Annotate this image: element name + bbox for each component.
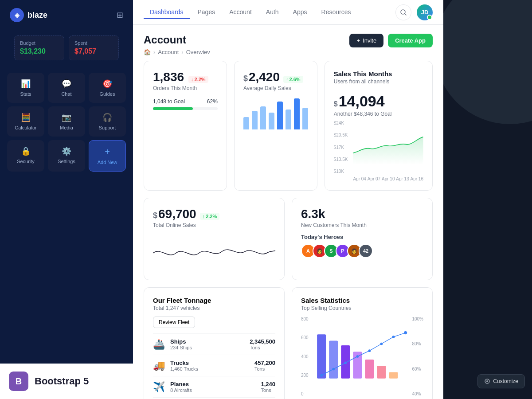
tab-dashboards[interactable]: Dashboards (144, 6, 190, 19)
sidebar-item-calculator[interactable]: 🧮 Calculator (7, 106, 44, 137)
orders-value: 1,836 (153, 70, 184, 84)
ships-count: 234 Ships (170, 345, 192, 350)
nav-tabs: Dashboards Pages Account Auth Apps Resou… (144, 6, 357, 19)
sidebar-item-support[interactable]: 🎧 Support (89, 106, 126, 137)
bar-4 (269, 113, 274, 130)
logo-text: blaze (27, 11, 47, 20)
bar-2 (252, 111, 258, 129)
sidebar-item-security[interactable]: 🔒 Security (7, 140, 44, 172)
fleet-subtitle: Total 1,247 vehicles (153, 305, 275, 311)
bar-col-1 (317, 334, 326, 379)
header-actions: + Invite Create App (349, 34, 433, 47)
sales-chart-area (314, 317, 409, 396)
trucks-value: 457,200 (254, 360, 275, 366)
add-new-icon: + (105, 147, 110, 157)
search-button[interactable] (395, 4, 411, 20)
fleet-title: Our Fleet Tonnage (153, 297, 275, 304)
tab-pages[interactable]: Pages (192, 6, 222, 19)
breadcrumb-home[interactable]: 🏠 (144, 49, 151, 55)
daily-sales-card: $ 2,420 ↑ 2.6% Average Daily Sales (234, 61, 317, 191)
orders-label: Orders This Month (153, 85, 218, 91)
sales-note: Another $48,346 to Goal (334, 111, 423, 117)
tab-account[interactable]: Account (223, 6, 258, 19)
ships-name: Ships (170, 338, 192, 345)
invite-label: Invite (363, 37, 376, 44)
trucks-count: 1,460 Trucks (170, 366, 198, 372)
sidebar: ◈ blaze ⊞ Budget $13,230 Spent $7,057 📊 … (0, 0, 133, 399)
nav-grid: 📊 Stats 💬 Chat 🎯 Guides 🧮 Calculator 📷 M… (0, 73, 133, 172)
sy-5: 0 (301, 391, 309, 396)
tab-auth[interactable]: Auth (260, 6, 285, 19)
guides-icon: 🎯 (102, 79, 112, 89)
hero-2-img: 👩 (317, 248, 323, 254)
daily-sales-value: 2,420 (249, 70, 280, 84)
sidebar-item-add-new[interactable]: + Add New (89, 140, 126, 172)
invite-button[interactable]: + Invite (349, 34, 383, 47)
bootstrap-text: Bootstrap 5 (35, 376, 89, 387)
sidebar-item-chat[interactable]: 💬 Chat (48, 73, 85, 103)
guides-label: Guides (100, 91, 115, 97)
planes-unit: Tons (261, 387, 275, 393)
orders-change: 2.2% (195, 77, 206, 82)
spent-label: Spent (74, 40, 113, 46)
sy-4: 200 (301, 373, 309, 378)
plane-icon: ✈️ (153, 381, 165, 393)
online-prefix: $ (153, 211, 157, 220)
sales-chart: $24K $20.5K $17K $13.5K $10K (334, 121, 423, 181)
security-label: Security (17, 159, 35, 164)
dot-3 (344, 361, 347, 364)
fleet-trucks-left: 🚚 Trucks 1,460 Trucks (153, 360, 198, 372)
search-icon (400, 9, 407, 16)
y-label-3: $17K (334, 145, 348, 150)
sales-chart-inner: $24K $20.5K $17K $13.5K $10K (334, 121, 423, 181)
planes-count: 8 Aircrafts (170, 387, 192, 393)
fleet-trains-row: 🚂 Trains 804,300 (153, 397, 275, 399)
fleet-card: Our Fleet Tonnage Total 1,247 vehicles R… (144, 287, 285, 399)
truck-icon: 🚚 (153, 360, 165, 372)
line-chart-svg (353, 121, 423, 174)
customize-button[interactable]: Customize (477, 374, 525, 388)
budget-label: Budget (20, 40, 59, 46)
sidebar-item-media[interactable]: 📷 Media (48, 106, 85, 137)
page-header: Account 🏠 › Account › Overwiev + Invite … (133, 25, 443, 61)
user-avatar[interactable]: JD (417, 4, 433, 20)
x-label-1: Apr 04 (353, 176, 366, 181)
customers-label: New Customers This Month (301, 222, 423, 228)
daily-sales-arrow: ↑ (286, 77, 289, 82)
pct-1: 100% (412, 317, 423, 321)
sales-month-subtitle: Users from all channels (334, 78, 423, 85)
page-title: Account (144, 34, 210, 46)
sidebar-item-stats[interactable]: 📊 Stats (7, 73, 44, 103)
spent-value: $7,057 (74, 47, 113, 55)
breadcrumb-account[interactable]: Account (158, 49, 179, 55)
media-label: Media (60, 125, 73, 130)
tab-apps[interactable]: Apps (287, 6, 313, 19)
add-new-label: Add New (98, 160, 117, 165)
bootstrap-badge: B Bootstrap 5 (0, 364, 133, 399)
daily-sales-label: Average Daily Sales (243, 85, 308, 91)
top-nav: Dashboards Pages Account Auth Apps Resou… (133, 0, 443, 25)
budget-section: Budget $13,230 Spent $7,057 (7, 30, 126, 66)
sidebar-item-settings[interactable]: ⚙️ Settings (48, 140, 85, 172)
sidebar-item-guides[interactable]: 🎯 Guides (89, 73, 126, 103)
tab-resources[interactable]: Resources (315, 6, 357, 19)
trucks-name: Trucks (170, 360, 198, 366)
pct-2: 80% (412, 341, 423, 346)
menu-icon[interactable]: ⊞ (117, 10, 123, 20)
new-customers-card: 6.3k New Customers This Month Today's He… (292, 198, 433, 280)
x-label-2: Apr 07 (368, 176, 380, 181)
sales-big-prefix: $ (334, 100, 338, 108)
y-axis: $24K $20.5K $17K $13.5K $10K (334, 121, 350, 174)
trucks-unit: Tons (254, 366, 275, 372)
daily-sales-badge: ↑ 2.6% (283, 76, 303, 83)
dot-2 (332, 368, 335, 371)
wavy-chart (153, 235, 275, 271)
security-icon: 🔒 (21, 146, 31, 156)
create-app-button[interactable]: Create App (388, 34, 433, 47)
sy-3: 400 (301, 354, 309, 359)
orders-arrow-icon: ↓ (191, 77, 194, 82)
online-sales-value: 69,700 (158, 207, 196, 221)
pct-4: 40% (412, 391, 423, 396)
pct-axis: 100% 80% 60% 40% (412, 317, 423, 396)
review-fleet-button[interactable]: Review Fleet (153, 317, 195, 328)
